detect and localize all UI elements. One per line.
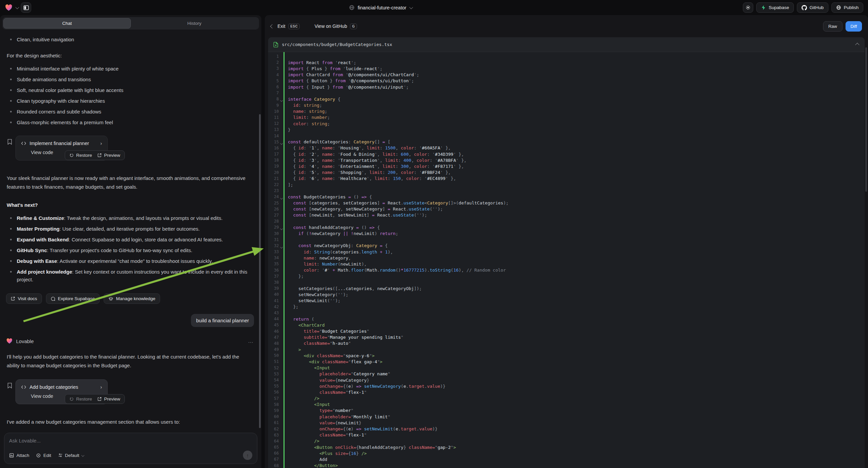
manage-knowledge-button[interactable]: Manage knowledge [104,293,160,304]
string-quote: " [388,371,390,376]
chat-scrollbar[interactable] [259,114,261,428]
line-number: 56 [268,390,282,394]
code-token: ] [382,206,388,211]
code-token [288,103,293,108]
code-token: : [304,145,309,150]
string-quote: ' [338,292,341,297]
fold-chevron-icon[interactable] [280,99,283,102]
code-token: : [317,262,322,267]
code-token [288,225,293,230]
chat-input[interactable]: Ask Lovable... [9,438,252,443]
code-line: 33 id: String(categories.length + 1), [268,249,865,255]
code-token: name [322,164,333,169]
code-token: length [361,250,377,255]
code-token: onChange= [319,384,343,389]
edit-button[interactable]: Edit [36,453,51,458]
string-quote: ' [361,170,364,175]
code-token: id [293,103,299,108]
code-token: newCategory [311,231,343,236]
version-card[interactable]: Implement financial planner›View codeRes… [16,136,108,160]
view-on-github-button[interactable]: View on GitHub [314,24,347,29]
preview-button[interactable]: Preview [97,153,120,158]
bookmark-icon[interactable] [7,383,12,404]
chevron-up-icon[interactable] [855,43,860,47]
code-token: className= [317,353,343,358]
code-token: limit [385,158,398,163]
mode-select[interactable]: Default [58,453,85,458]
code-token: () [351,195,361,199]
explore-supabase-button[interactable]: Explore Supabase [46,293,100,304]
restore-button[interactable]: Restore [69,397,92,402]
code-token: { [288,158,298,163]
code-token: Input [311,85,324,90]
diff-toggle-button[interactable]: Diff [845,21,862,32]
chat-scroll-area[interactable]: Clean, intuitive navigationFor the desig… [0,30,261,429]
list-item: Clean typography with clear hierarchies [10,97,254,105]
code-token: handleAddCategory [306,225,356,230]
code-token: > [372,353,375,358]
restore-button[interactable]: Restore [69,153,92,158]
code-token: : [398,158,404,163]
chevron-down-icon[interactable] [16,5,19,9]
code-token [288,396,314,401]
string-quote: ' [359,145,361,150]
code-line: 54 value={newCategory} [268,377,865,383]
action-button-label: Visit docs [18,296,37,301]
fold-chevron-icon[interactable] [280,197,283,199]
attach-button[interactable]: Attach [9,453,29,458]
version-card[interactable]: Add budget categories›View codeRestorePr… [16,379,108,404]
string-quote: ' [414,72,417,77]
list-item: Glass-morphic elements for a premium fee… [10,118,254,126]
publish-button[interactable]: Publish [831,2,863,13]
file-header[interactable]: src/components/budget/BudgetCategories.t… [268,37,865,52]
lovable-heart-icon[interactable] [5,4,13,12]
fold-chevron-icon[interactable] [280,246,283,248]
message-menu-button[interactable]: … [248,338,254,344]
chevron-right-icon[interactable]: › [100,384,102,390]
string-quote: ' [453,164,456,169]
visit-docs-button[interactable]: Visit docs [6,293,42,304]
code-token: [ [385,139,391,144]
github-button[interactable]: GitHub [797,2,829,13]
chat-bubble-icon [51,296,55,301]
code-token: /> [314,396,319,401]
code-token: subtitle= [304,335,327,340]
tab-chat[interactable]: Chat [3,18,131,29]
raw-toggle-button[interactable]: Raw [823,21,842,32]
settings-button[interactable] [743,2,753,13]
preview-button[interactable]: Preview [97,397,120,402]
send-button[interactable]: ↑ [243,450,252,460]
code-token [288,109,293,114]
code-line: 12 color: string; [268,120,865,126]
line-number: 32 [268,243,282,248]
code-token: , [372,286,377,291]
string-quote: ' [377,66,380,71]
sidebar-toggle-button[interactable] [21,2,31,13]
code-token: : [414,170,420,175]
line-number: 29 [268,225,282,230]
chevron-right-icon[interactable]: › [100,140,102,146]
code-token: () [396,268,401,273]
code-token: ) [351,384,356,389]
bookmark-icon[interactable] [7,139,12,160]
supabase-button[interactable]: Supabase [756,2,794,13]
code-token: if [298,231,304,236]
list-item-text: Clean, intuitive navigation [17,36,74,43]
code-text: > [288,347,301,352]
code-token: const [293,206,306,211]
tab-history[interactable]: History [131,18,258,29]
code-token [288,341,304,346]
fold-chevron-icon[interactable] [280,142,283,144]
chat-composer[interactable]: Ask Lovable... Attach Edit Defa [4,433,257,464]
code-area[interactable]: 12import React from 'react';3import { Pl… [268,52,865,468]
code-token: : [333,164,338,169]
code-token: []>( [448,200,459,205]
string-quote: " [330,341,333,346]
code-scrollbar[interactable] [865,47,867,192]
chat-heading: What's next? [7,201,253,209]
exit-button[interactable]: Exit [277,24,285,29]
fold-chevron-icon[interactable] [280,227,283,230]
code-line: 44 return ( [268,316,865,322]
code-token [288,243,298,248]
project-switcher[interactable]: financial-future-creator [349,5,412,10]
